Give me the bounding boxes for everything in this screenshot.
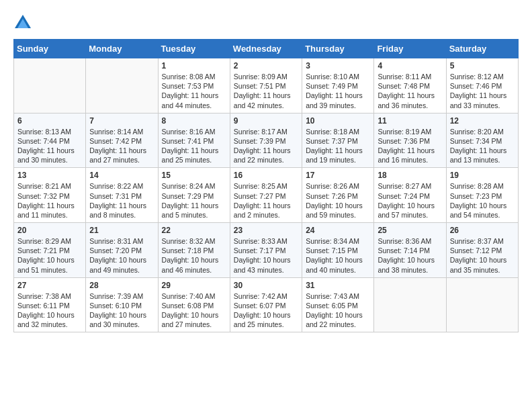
day-info: Sunrise: 8:19 AM Sunset: 7:36 PM Dayligh… [378, 127, 442, 165]
day-info: Sunrise: 8:26 AM Sunset: 7:26 PM Dayligh… [306, 181, 370, 220]
day-number: 7 [89, 116, 154, 126]
day-info: Sunrise: 7:43 AM Sunset: 6:05 PM Dayligh… [306, 291, 370, 330]
day-number: 19 [450, 171, 515, 180]
day-number: 31 [306, 281, 370, 290]
day-number: 2 [234, 61, 298, 71]
calendar-cell: 31Sunrise: 7:43 AM Sunset: 6:05 PM Dayli… [302, 277, 374, 332]
day-info: Sunrise: 8:33 AM Sunset: 7:17 PM Dayligh… [234, 236, 298, 275]
day-number: 16 [234, 171, 298, 180]
day-info: Sunrise: 7:42 AM Sunset: 6:07 PM Dayligh… [234, 291, 298, 330]
day-number: 3 [306, 61, 370, 71]
day-info: Sunrise: 8:09 AM Sunset: 7:51 PM Dayligh… [234, 72, 298, 110]
day-info: Sunrise: 8:29 AM Sunset: 7:21 PM Dayligh… [17, 236, 82, 275]
calendar-cell: 14Sunrise: 8:22 AM Sunset: 7:31 PM Dayli… [86, 168, 158, 223]
calendar-cell: 21Sunrise: 8:31 AM Sunset: 7:20 PM Dayli… [86, 223, 158, 278]
calendar-cell: 10Sunrise: 8:18 AM Sunset: 7:37 PM Dayli… [302, 113, 374, 168]
day-number: 10 [306, 116, 370, 126]
day-of-week-header: Saturday [446, 40, 518, 58]
calendar-week-row: 6Sunrise: 8:13 AM Sunset: 7:44 PM Daylig… [14, 113, 519, 168]
day-number: 20 [17, 226, 82, 235]
calendar-cell: 17Sunrise: 8:26 AM Sunset: 7:26 PM Dayli… [302, 168, 374, 223]
calendar-cell: 11Sunrise: 8:19 AM Sunset: 7:36 PM Dayli… [374, 113, 446, 168]
logo-icon [13, 13, 32, 32]
day-number: 27 [17, 281, 82, 290]
day-info: Sunrise: 8:13 AM Sunset: 7:44 PM Dayligh… [17, 127, 82, 165]
calendar-body: 1Sunrise: 8:08 AM Sunset: 7:53 PM Daylig… [14, 58, 519, 332]
calendar-cell: 23Sunrise: 8:33 AM Sunset: 7:17 PM Dayli… [230, 223, 302, 278]
day-number: 14 [89, 171, 154, 180]
day-info: Sunrise: 7:38 AM Sunset: 6:11 PM Dayligh… [17, 291, 82, 330]
calendar-week-row: 20Sunrise: 8:29 AM Sunset: 7:21 PM Dayli… [14, 223, 519, 278]
day-of-week-header: Thursday [302, 40, 374, 58]
calendar-cell: 7Sunrise: 8:14 AM Sunset: 7:42 PM Daylig… [86, 113, 158, 168]
day-number: 9 [234, 116, 298, 126]
calendar-cell: 9Sunrise: 8:17 AM Sunset: 7:39 PM Daylig… [230, 113, 302, 168]
calendar: SundayMondayTuesdayWednesdayThursdayFrid… [13, 39, 519, 332]
calendar-cell: 19Sunrise: 8:28 AM Sunset: 7:23 PM Dayli… [446, 168, 518, 223]
day-info: Sunrise: 8:36 AM Sunset: 7:14 PM Dayligh… [378, 236, 442, 275]
day-info: Sunrise: 8:14 AM Sunset: 7:42 PM Dayligh… [89, 127, 154, 165]
day-info: Sunrise: 8:21 AM Sunset: 7:32 PM Dayligh… [17, 181, 82, 220]
calendar-cell: 27Sunrise: 7:38 AM Sunset: 6:11 PM Dayli… [14, 277, 86, 332]
day-info: Sunrise: 8:27 AM Sunset: 7:24 PM Dayligh… [378, 181, 442, 220]
day-info: Sunrise: 7:40 AM Sunset: 6:08 PM Dayligh… [162, 291, 226, 330]
day-number: 8 [162, 116, 226, 126]
calendar-week-row: 27Sunrise: 7:38 AM Sunset: 6:11 PM Dayli… [14, 277, 519, 332]
page-header [13, 13, 519, 32]
calendar-cell: 13Sunrise: 8:21 AM Sunset: 7:32 PM Dayli… [14, 168, 86, 223]
calendar-cell: 18Sunrise: 8:27 AM Sunset: 7:24 PM Dayli… [374, 168, 446, 223]
day-info: Sunrise: 8:32 AM Sunset: 7:18 PM Dayligh… [162, 236, 226, 275]
day-of-week-header: Wednesday [230, 40, 302, 58]
day-number: 6 [17, 116, 82, 126]
day-number: 28 [89, 281, 154, 290]
day-number: 30 [234, 281, 298, 290]
calendar-cell: 28Sunrise: 7:39 AM Sunset: 6:10 PM Dayli… [86, 277, 158, 332]
calendar-cell [86, 58, 158, 113]
day-info: Sunrise: 8:12 AM Sunset: 7:46 PM Dayligh… [450, 72, 515, 110]
day-info: Sunrise: 8:16 AM Sunset: 7:41 PM Dayligh… [162, 127, 226, 165]
day-number: 13 [17, 171, 82, 180]
calendar-cell: 8Sunrise: 8:16 AM Sunset: 7:41 PM Daylig… [158, 113, 230, 168]
calendar-cell: 6Sunrise: 8:13 AM Sunset: 7:44 PM Daylig… [14, 113, 86, 168]
calendar-cell: 3Sunrise: 8:10 AM Sunset: 7:49 PM Daylig… [302, 58, 374, 113]
calendar-cell: 15Sunrise: 8:24 AM Sunset: 7:29 PM Dayli… [158, 168, 230, 223]
day-of-week-header: Sunday [14, 40, 86, 58]
day-of-week-header: Friday [374, 40, 446, 58]
calendar-cell: 26Sunrise: 8:37 AM Sunset: 7:12 PM Dayli… [446, 223, 518, 278]
calendar-cell: 2Sunrise: 8:09 AM Sunset: 7:51 PM Daylig… [230, 58, 302, 113]
day-info: Sunrise: 8:08 AM Sunset: 7:53 PM Dayligh… [162, 72, 226, 110]
day-info: Sunrise: 8:31 AM Sunset: 7:20 PM Dayligh… [89, 236, 154, 275]
calendar-week-row: 1Sunrise: 8:08 AM Sunset: 7:53 PM Daylig… [14, 58, 519, 113]
calendar-cell: 5Sunrise: 8:12 AM Sunset: 7:46 PM Daylig… [446, 58, 518, 113]
day-info: Sunrise: 7:39 AM Sunset: 6:10 PM Dayligh… [89, 291, 154, 330]
day-number: 11 [378, 116, 442, 126]
day-number: 23 [234, 226, 298, 235]
day-number: 1 [162, 61, 226, 71]
day-info: Sunrise: 8:17 AM Sunset: 7:39 PM Dayligh… [234, 127, 298, 165]
day-info: Sunrise: 8:11 AM Sunset: 7:48 PM Dayligh… [378, 72, 442, 110]
day-number: 26 [450, 226, 515, 235]
day-info: Sunrise: 8:10 AM Sunset: 7:49 PM Dayligh… [306, 72, 370, 110]
calendar-cell: 4Sunrise: 8:11 AM Sunset: 7:48 PM Daylig… [374, 58, 446, 113]
calendar-cell: 22Sunrise: 8:32 AM Sunset: 7:18 PM Dayli… [158, 223, 230, 278]
day-number: 5 [450, 61, 515, 71]
calendar-cell: 24Sunrise: 8:34 AM Sunset: 7:15 PM Dayli… [302, 223, 374, 278]
day-info: Sunrise: 8:25 AM Sunset: 7:27 PM Dayligh… [234, 181, 298, 220]
day-number: 18 [378, 171, 442, 180]
day-number: 24 [306, 226, 370, 235]
day-number: 21 [89, 226, 154, 235]
day-info: Sunrise: 8:34 AM Sunset: 7:15 PM Dayligh… [306, 236, 370, 275]
day-number: 15 [162, 171, 226, 180]
calendar-cell [374, 277, 446, 332]
calendar-header-row: SundayMondayTuesdayWednesdayThursdayFrid… [14, 40, 519, 58]
calendar-cell: 20Sunrise: 8:29 AM Sunset: 7:21 PM Dayli… [14, 223, 86, 278]
calendar-week-row: 13Sunrise: 8:21 AM Sunset: 7:32 PM Dayli… [14, 168, 519, 223]
day-info: Sunrise: 8:37 AM Sunset: 7:12 PM Dayligh… [450, 236, 515, 275]
day-of-week-header: Monday [86, 40, 158, 58]
calendar-cell: 16Sunrise: 8:25 AM Sunset: 7:27 PM Dayli… [230, 168, 302, 223]
day-info: Sunrise: 8:20 AM Sunset: 7:34 PM Dayligh… [450, 127, 515, 165]
calendar-cell [446, 277, 518, 332]
calendar-cell: 30Sunrise: 7:42 AM Sunset: 6:07 PM Dayli… [230, 277, 302, 332]
calendar-cell [14, 58, 86, 113]
day-number: 12 [450, 116, 515, 126]
